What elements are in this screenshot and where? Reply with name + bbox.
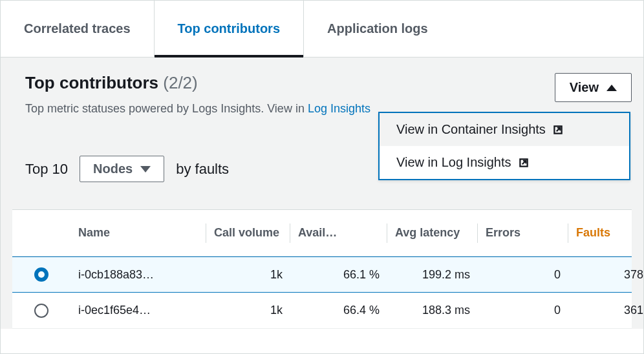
menu-item-label: View in Log Insights <box>396 155 511 170</box>
cell-call-volume: 1k <box>206 268 290 282</box>
nodes-selector[interactable]: Nodes <box>80 156 164 182</box>
th-availability[interactable]: Avail… <box>290 218 387 248</box>
cell-availability: 66.1 % <box>290 268 387 282</box>
cell-name: i-0ec1f65e4… <box>70 304 206 317</box>
table-row[interactable]: i-0ec1f65e4… 1k 66.4 % 188.3 ms 0 361 <box>12 293 632 329</box>
cell-faults: 361 <box>568 304 644 317</box>
th-select <box>12 218 70 248</box>
th-name[interactable]: Name <box>70 218 206 248</box>
cell-errors: 0 <box>478 304 568 317</box>
cell-avg-latency: 188.3 ms <box>387 304 478 317</box>
top-contributors-panel: Top contributors (2/2) Top metric status… <box>1 57 643 329</box>
page-title: Top contributors (2/2) <box>25 73 370 93</box>
cell-availability: 66.4 % <box>290 304 387 317</box>
cell-errors: 0 <box>478 268 568 282</box>
menu-item-container-insights[interactable]: View in Container Insights <box>380 113 629 146</box>
view-button[interactable]: View <box>555 73 632 102</box>
th-call-volume[interactable]: Call volume <box>206 218 290 248</box>
table-row[interactable]: i-0cb188a83… 1k 66.1 % 199.2 ms 0 378 <box>12 256 632 293</box>
filter-suffix: by faults <box>176 161 229 178</box>
row-select-cell <box>12 267 70 282</box>
external-link-icon <box>518 157 530 169</box>
subtitle-text: Top metric statuses powered by Logs Insi… <box>25 102 308 115</box>
cell-name: i-0cb188a83… <box>70 268 206 282</box>
nodes-selector-label: Nodes <box>93 161 133 176</box>
tabs: Correlated traces Top contributors Appli… <box>1 1 643 57</box>
view-menu: View in Container Insights View in Log I… <box>378 112 630 180</box>
title-text: Top contributors <box>25 73 158 92</box>
subtitle: Top metric statuses powered by Logs Insi… <box>25 102 370 116</box>
row-radio[interactable] <box>34 267 48 282</box>
menu-item-log-insights[interactable]: View in Log Insights <box>380 146 629 179</box>
panel-header: Top contributors (2/2) Top metric status… <box>12 73 632 116</box>
tab-top-contributors[interactable]: Top contributors <box>155 1 305 57</box>
row-select-cell <box>12 304 70 318</box>
cell-avg-latency: 199.2 ms <box>387 268 478 282</box>
menu-item-label: View in Container Insights <box>396 122 546 137</box>
caret-up-icon <box>606 85 617 91</box>
subtitle-link[interactable]: Log Insights <box>308 102 370 115</box>
tab-correlated-traces[interactable]: Correlated traces <box>1 1 155 57</box>
th-errors[interactable]: Errors <box>478 218 568 248</box>
cell-faults: 378 <box>568 268 644 282</box>
title-count: (2/2) <box>163 73 197 92</box>
panel-container: Correlated traces Top contributors Appli… <box>0 0 644 354</box>
th-avg-latency[interactable]: Avg latency <box>387 218 478 248</box>
external-link-icon <box>552 124 564 136</box>
tab-application-logs[interactable]: Application logs <box>304 1 451 57</box>
filter-prefix: Top 10 <box>25 161 68 178</box>
row-radio[interactable] <box>34 304 48 318</box>
contributors-table: Name Call volume Avail… Avg latency Erro… <box>12 209 632 329</box>
caret-down-icon <box>140 166 151 172</box>
table-header: Name Call volume Avail… Avg latency Erro… <box>12 210 632 256</box>
cell-call-volume: 1k <box>206 304 290 317</box>
th-faults[interactable]: Faults <box>568 218 644 248</box>
view-button-label: View <box>570 80 599 95</box>
